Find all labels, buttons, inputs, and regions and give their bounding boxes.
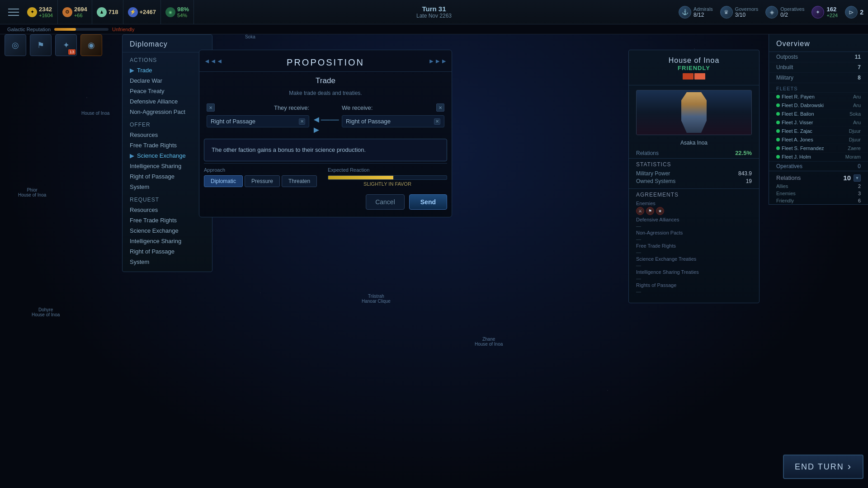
unbuilt-label: Unbuilt (776, 64, 793, 70)
energy-group: ⚡ +2467 (123, 0, 161, 24)
fleet-fernandez: Fleet S. Fernandez Zaere (769, 144, 868, 153)
allies-value: 2 (858, 183, 861, 189)
production-delta: +66 (74, 13, 87, 18)
stats-section: Statistics Military Power 843.9 Owned Sy… (629, 158, 759, 188)
request-free-trade[interactable]: Free Trade Rights (123, 215, 212, 225)
influence-delta: +224 (826, 13, 838, 18)
approval-icon: ◉ (165, 7, 175, 17)
production-value: 2694 (74, 6, 87, 13)
rights-label: Rights of Passage (636, 282, 676, 288)
notifications-button[interactable]: ⚑ (30, 34, 52, 56)
intel-label: Intelligence Sharing Treaties (636, 269, 699, 275)
operatives-value: 0/2 (780, 12, 804, 18)
declare-war-label: Declare War (130, 77, 162, 84)
fleet-visser-name: Fleet J. Visser (782, 120, 813, 125)
new-item-badge: 13 (68, 49, 75, 55)
turn-number: Turn 31 (422, 5, 446, 13)
admirals-value: 8/12 (693, 12, 713, 18)
map-label-phior: PhiorHouse of Inoa (18, 188, 46, 197)
request-science[interactable]: Science Exchange (123, 225, 212, 236)
approval-sub: 54% (177, 13, 189, 18)
agreements-section: Agreements Enemies ⚔ ⚑ ★ Defensive Allia… (629, 188, 759, 298)
outposts-row: Outposts 11 (769, 52, 868, 62)
trade-arrow-icon: ◄——► (312, 114, 339, 135)
rights-item: Rights of Passage (636, 282, 752, 288)
request-free-trade-label: Free Trade Rights (130, 217, 177, 224)
request-right-of-passage[interactable]: Right of Passage (123, 246, 212, 257)
military-label: Military (776, 75, 793, 81)
military-value: 8 (858, 75, 861, 81)
we-receive-header: We receive: ✕ (342, 103, 444, 112)
send-button[interactable]: Send (409, 194, 447, 210)
menu-button[interactable] (5, 3, 23, 21)
we-receive-col: We receive: ✕ Right of Passage ✕ (339, 101, 447, 135)
new-item-button[interactable]: ✦ 13 (55, 34, 77, 56)
approach-threaten-button[interactable]: Threaten (282, 175, 317, 187)
fleet-jones-loc: Djuur (849, 137, 861, 142)
defensive-alliance-label: Defensive Alliance (130, 98, 178, 105)
divider-1 (204, 163, 447, 164)
they-item-remove[interactable]: ✕ (299, 118, 305, 125)
enemies-overview-row: Enemies 3 (769, 190, 868, 197)
approach-diplomatic-button[interactable]: Diplomatic (204, 175, 243, 187)
science-item: Science Exchange Treaties (636, 256, 752, 262)
galaxy-map-button[interactable]: ◎ (5, 34, 26, 56)
approach-pressure-button[interactable]: Pressure (245, 175, 280, 187)
end-turn-button[interactable]: END TURN › (783, 455, 863, 479)
overview-title: Overview (769, 34, 868, 52)
offer-resources-label: Resources (130, 131, 158, 138)
approach-group: Approach Diplomatic Pressure Threaten (204, 167, 323, 191)
governors-value: 3/10 (735, 12, 758, 18)
defensive-alliances-label: Defensive Alliances (636, 217, 679, 222)
fleet-stat: ⊳ 2 (845, 6, 863, 19)
operative-icon: ◈ (765, 6, 778, 19)
reaction-label: Expected Reaction (328, 167, 369, 173)
fleet-dabrowski-name: Fleet D. Dabrowski (782, 103, 824, 108)
map-label-zhane: ZhaneHouse of Inoa (475, 337, 503, 347)
relations-label: Relations (636, 150, 659, 156)
reputation-bar (54, 28, 108, 31)
they-receive-close[interactable]: ✕ (207, 103, 215, 112)
we-receive-close[interactable]: ✕ (436, 103, 444, 112)
unbuilt-row: Unbuilt 7 (769, 62, 868, 73)
cancel-button[interactable]: Cancel (366, 194, 405, 210)
they-receive-item-text: Right of Passage (211, 118, 255, 125)
friendly-value: 6 (858, 198, 861, 203)
request-system[interactable]: System (123, 257, 212, 267)
approval-value: 98% (177, 6, 189, 13)
top-bar: ✦ 2342 +1604 ⚙ 2694 +66 ♟ 718 ⚡ +2467 ◉ … (0, 0, 868, 24)
reaction-text: SLIGHTLY IN FAVOR (328, 181, 447, 187)
reaction-bar (328, 175, 447, 180)
fleet-holm: Fleet J. Holm Moram (769, 153, 868, 161)
defensive-alliances-item: Defensive Alliances (636, 217, 752, 222)
approach-labels-row: Approach (204, 167, 323, 173)
proposition-panel: PROPOSITION Trade Make trade deals and t… (199, 50, 452, 217)
faction-portrait (636, 90, 752, 135)
we-item-remove[interactable]: ✕ (434, 118, 440, 125)
fleet-visser-loc: Aru (853, 120, 861, 125)
energy-value: +2467 (140, 9, 156, 15)
overview-panel: Overview Outposts 11 Unbuilt 7 Military … (769, 34, 868, 205)
military-power-value: 843.9 (738, 170, 752, 177)
fleet-fernandez-name: Fleet S. Fernandez (782, 145, 824, 151)
production-group: ⚙ 2694 +66 (58, 0, 92, 24)
fleet-count: 2 (860, 9, 863, 16)
enemy-icon-3: ★ (656, 207, 664, 215)
science-arrow-icon: ▶ (130, 152, 134, 159)
friendly-label: Friendly (776, 198, 794, 203)
they-receive-col: ✕ They receive: Right of Passage ✕ (204, 101, 312, 135)
free-trade-label: Free Trade Rights (636, 243, 676, 249)
fleet-dabrowski: Fleet D. Dabrowski Aru (769, 101, 868, 110)
request-intel[interactable]: Intelligence Sharing (123, 236, 212, 246)
credits-delta: +1604 (39, 13, 53, 18)
we-receive-item: Right of Passage ✕ (342, 115, 444, 127)
status-button[interactable]: ◉ (80, 34, 102, 56)
governor-icon: ♛ (720, 6, 733, 19)
intel-item: Intelligence Sharing Treaties (636, 269, 752, 275)
trade-title: Trade (199, 72, 452, 90)
fleet-holm-loc: Moram (845, 154, 861, 160)
fleet-zajac-loc: Djuur (849, 128, 861, 134)
enemy-icon-1: ⚔ (636, 207, 644, 215)
relations-expand-button[interactable]: ▼ (854, 174, 861, 182)
offer-system-label: System (130, 183, 149, 190)
